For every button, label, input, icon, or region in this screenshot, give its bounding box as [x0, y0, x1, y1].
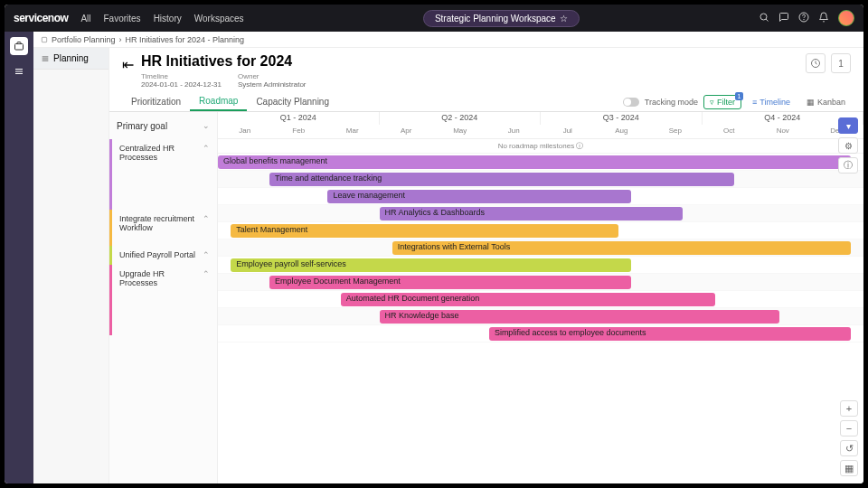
back-icon[interactable]: ⇤: [122, 56, 134, 73]
goal-label: Unified Payroll Portal: [119, 250, 195, 259]
left-rail: [5, 32, 33, 483]
bar-auto-hr-doc[interactable]: Automated HR Document generation: [341, 293, 715, 306]
owner-label: Owner: [238, 72, 307, 80]
activity-button[interactable]: [806, 53, 826, 73]
chevron-up-icon: ⌃: [203, 250, 210, 259]
quarter-q2: Q2 - 2024: [380, 112, 542, 125]
bar-emp-doc-mgmt[interactable]: Employee Document Management: [269, 276, 631, 289]
svg-rect-8: [42, 37, 46, 42]
month-cell: May: [433, 125, 487, 138]
bar-integrations[interactable]: Integrations with External Tools: [392, 241, 851, 255]
right-toolbox: ▾ ⚙ ⓘ: [838, 117, 860, 174]
breadcrumb-icon: [41, 36, 48, 43]
quarter-q1: Q1 - 2024: [218, 112, 380, 125]
nav-workspaces[interactable]: Workspaces: [194, 14, 244, 23]
goal-label: Centralized HR Processes: [119, 144, 203, 162]
roadmap-chart: Q1 - 2024 Q2 - 2024 Q3 - 2024 Q4 - 2024 …: [218, 112, 863, 483]
timeline-value: 2024-01-01 - 2024-12-31: [141, 80, 222, 89]
zoom-in-button[interactable]: +: [840, 400, 858, 417]
bar-payroll-self[interactable]: Employee payroll self-services: [231, 258, 631, 272]
month-cell: Sep: [648, 125, 703, 138]
nav-history[interactable]: History: [154, 14, 182, 23]
bar-simplified-access[interactable]: Simplified access to employee documents: [489, 327, 851, 341]
month-cell: Aug: [595, 125, 649, 138]
bar-talent-mgmt[interactable]: Talent Management: [231, 224, 618, 238]
kanban-view-button[interactable]: ▦ Kanban: [801, 95, 851, 109]
bar-time-attendance[interactable]: Time and attendance tracking: [269, 173, 734, 186]
info-icon[interactable]: ⓘ: [838, 157, 858, 174]
month-cell: Jun: [487, 125, 542, 138]
month-cell: Jul: [541, 125, 595, 138]
breadcrumb-portfolio[interactable]: Portfolio Planning: [52, 35, 116, 44]
help-icon[interactable]: [798, 12, 809, 24]
chat-icon[interactable]: [778, 12, 789, 24]
goal-unified-payroll[interactable]: Unified Payroll Portal⌃: [109, 246, 217, 265]
goal-upgrade-hr[interactable]: Upgrade HR Processes⌃: [109, 265, 217, 335]
tab-capacity[interactable]: Capacity Planning: [247, 93, 338, 110]
breadcrumb-current: HR Initiatives for 2024 - Planning: [126, 35, 245, 44]
top-bar: servicenow All Favorites History Workspa…: [5, 5, 863, 32]
goal-integrate-recruitment[interactable]: Integrate recruitment Workflow⌃: [109, 210, 217, 246]
search-icon[interactable]: [759, 12, 769, 24]
tabs: Prioritization Roadmap Capacity Planning…: [109, 92, 863, 112]
reset-button[interactable]: ↺: [840, 440, 858, 456]
tab-roadmap[interactable]: Roadmap: [190, 92, 247, 111]
chevron-up-icon: ⌃: [203, 269, 210, 278]
chevron-right-icon: ›: [119, 35, 122, 44]
primary-goal-header[interactable]: Primary goal⌄: [109, 112, 217, 139]
zoom-out-button[interactable]: −: [840, 420, 858, 436]
rail-menu-icon[interactable]: [10, 62, 28, 80]
filter-label: Filter: [717, 98, 735, 107]
star-icon[interactable]: ☆: [560, 14, 568, 23]
month-cell: Oct: [703, 125, 757, 138]
bar-global-benefits[interactable]: Global benefits management: [218, 155, 851, 169]
sidebar-item-label: Planning: [53, 53, 89, 63]
bar-hr-analytics[interactable]: HR Analytics & Dashboards: [380, 207, 684, 221]
workspace-pill[interactable]: Strategic Planning Workspace ☆: [423, 10, 580, 27]
side-panel: Planning: [33, 48, 109, 483]
chevron-up-icon: ⌃: [203, 214, 210, 223]
gear-icon[interactable]: ⚙: [838, 137, 858, 154]
workspace-pill-label: Strategic Planning Workspace: [435, 14, 556, 23]
goal-label: Upgrade HR Processes: [119, 269, 203, 287]
breadcrumb: Portfolio Planning › HR Initiatives for …: [33, 32, 863, 48]
nav-favorites[interactable]: Favorites: [104, 14, 141, 23]
month-cell: Jan: [218, 125, 272, 138]
tracking-mode-toggle[interactable]: [623, 98, 639, 107]
chevron-up-icon: ⌃: [203, 144, 210, 153]
month-cell: Feb: [272, 125, 326, 138]
goal-label: Integrate recruitment Workflow: [119, 214, 203, 232]
zoom-controls: + − ↺ ▦: [840, 400, 858, 476]
info-button[interactable]: 1: [831, 53, 851, 73]
month-cell: Nov: [756, 125, 810, 138]
quarter-q3: Q3 - 2024: [541, 112, 703, 125]
primary-goal-label: Primary goal: [117, 121, 167, 131]
filter-badge: 1: [735, 92, 743, 100]
tracking-mode-label: Tracking mode: [645, 98, 698, 107]
month-cell: Apr: [380, 125, 434, 138]
filter-button[interactable]: ▿ Filter1: [703, 95, 741, 109]
no-milestones-label: No roadmap milestones: [498, 142, 574, 150]
owner-value: System Administrator: [238, 80, 307, 89]
bell-icon[interactable]: [818, 12, 829, 24]
sidebar-item-planning[interactable]: Planning: [33, 48, 108, 70]
rail-bag-icon[interactable]: [10, 37, 28, 55]
list-icon: [41, 54, 50, 63]
month-cell: Mar: [326, 125, 380, 138]
goal-centralized-hr[interactable]: Centralized HR Processes⌃: [109, 139, 217, 210]
svg-point-0: [760, 14, 767, 20]
bar-hr-knowledge[interactable]: HR Knowledge base: [380, 310, 780, 324]
tab-prioritization[interactable]: Prioritization: [122, 93, 190, 110]
svg-rect-4: [15, 44, 24, 51]
svg-point-3: [804, 19, 805, 20]
bar-leave-mgmt[interactable]: Leave management: [327, 190, 631, 203]
page-title: HR Initiatives for 2024: [141, 53, 307, 70]
timeline-btn-label: Timeline: [760, 98, 790, 107]
fit-button[interactable]: ▦: [840, 460, 858, 476]
avatar[interactable]: [838, 10, 854, 26]
calendar-icon[interactable]: ▾: [838, 117, 858, 134]
nav-all[interactable]: All: [80, 14, 90, 23]
svg-line-1: [766, 19, 769, 22]
chevron-down-icon: ⌄: [203, 121, 210, 130]
timeline-view-button[interactable]: ≡ Timeline: [747, 95, 796, 109]
